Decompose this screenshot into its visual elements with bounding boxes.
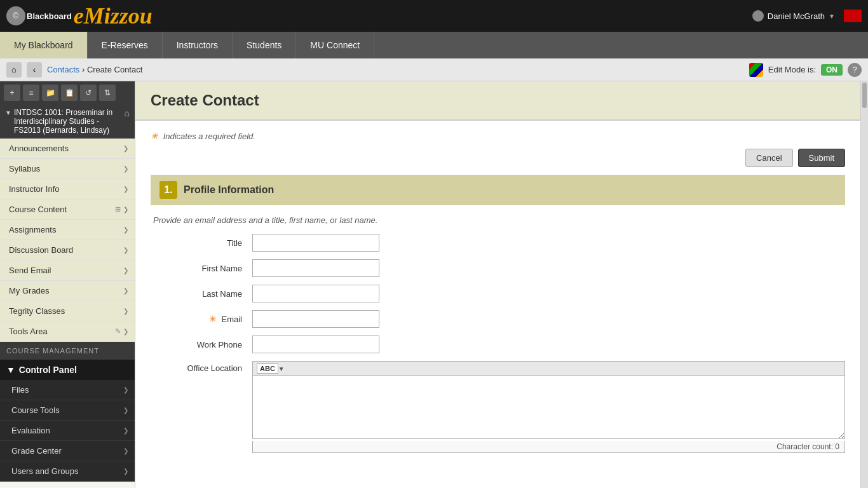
tab-my-blackboard[interactable]: My Blackboard [0, 32, 88, 58]
top-bar: © Blackboard eMizzou Daniel McGrath ▼ [0, 0, 868, 32]
right-scrollbar[interactable] [860, 81, 868, 488]
tab-students[interactable]: Students [233, 32, 296, 58]
required-asterisk: ✳ [209, 314, 217, 324]
help-button[interactable]: ? [848, 63, 862, 77]
course-home-icon[interactable]: ⌂ [125, 108, 130, 118]
sidebar-item-discussion-board[interactable]: Discussion Board ❯ [0, 240, 135, 261]
sidebar-item-send-email[interactable]: Send Email ❯ [0, 261, 135, 281]
back-button[interactable]: ‹ [27, 62, 42, 78]
cp-item-label: Users and Groups [11, 466, 79, 476]
mizzou-label: eMizzou [74, 3, 153, 29]
tab-e-reserves[interactable]: E-Reserves [88, 32, 163, 58]
cancel-button[interactable]: Cancel [745, 149, 792, 167]
chevron-right-icon: ❯ [123, 407, 128, 414]
cp-item-files[interactable]: Files ❯ [0, 380, 135, 400]
breadcrumb-contacts-link[interactable]: Contacts [47, 65, 79, 74]
chevron-right-icon: ❯ [123, 287, 128, 294]
title-field-row: Title [151, 234, 845, 252]
workphone-input[interactable] [252, 336, 379, 353]
form-buttons: Cancel Submit [745, 149, 845, 167]
cp-item-evaluation[interactable]: Evaluation ❯ [0, 421, 135, 441]
add-button[interactable]: + [4, 85, 20, 101]
lastname-input[interactable] [252, 285, 379, 302]
title-label: Title [151, 238, 252, 248]
breadcrumb-current: Create Contact [87, 65, 142, 74]
office-location-section: Office Location ABC ▼ Character count: 0 [151, 361, 845, 453]
chevron-right-icon: ❯ [123, 186, 128, 193]
cp-item-users-and-groups[interactable]: Users and Groups ❯ [0, 461, 135, 482]
required-note: ✳ Indicates a required field. [151, 131, 845, 141]
cp-item-label: Course Tools [11, 405, 60, 415]
chevron-right-icon: ❯ [123, 308, 128, 315]
sidebar-toolbar: + ≡ 📁 📋 ↺ ⇅ [0, 81, 135, 104]
sidebar-item-label: Discussion Board [9, 245, 73, 255]
sidebar-item-label: Course Content [9, 205, 67, 214]
email-field-row: ✳ Email [151, 310, 845, 328]
page-header: Create Contact [135, 81, 860, 121]
cp-item-grade-center[interactable]: Grade Center ❯ [0, 441, 135, 461]
sidebar-item-label: Send Email [9, 266, 51, 275]
nav-tabs: My Blackboard E-Reserves Instructors Stu… [0, 32, 868, 58]
list-view-button[interactable]: ≡ [23, 85, 39, 101]
folder-button[interactable]: 📁 [42, 85, 58, 101]
main-layout: + ≡ 📁 📋 ↺ ⇅ ▼ INTDSC 1001: Proseminar in… [0, 81, 868, 488]
chevron-right-icon: ❯ [123, 386, 128, 393]
asterisk-icon: ✳ [151, 131, 158, 141]
title-input[interactable] [252, 234, 379, 252]
edit-mode-toggle[interactable]: ON [821, 64, 843, 76]
home-button[interactable]: ⌂ [6, 62, 22, 78]
edit-icon: ✎ [115, 327, 121, 336]
sort-button[interactable]: ⇅ [99, 85, 116, 101]
submit-button[interactable]: Submit [798, 149, 845, 167]
sidebar-item-label: Announcements [9, 144, 69, 153]
firstname-label: First Name [151, 264, 252, 273]
section-number: 1. [159, 181, 177, 199]
toolbar-dropdown-arrow[interactable]: ▼ [278, 365, 285, 372]
control-panel-section: COURSE MANAGEMENT ▼ Control Panel Files … [0, 342, 135, 482]
sidebar-item-announcements[interactable]: Announcements ❯ [0, 139, 135, 159]
sidebar-item-course-content[interactable]: Course Content ⊞ ❯ [0, 200, 135, 220]
section-1-header: 1. Profile Information [151, 175, 845, 205]
email-input[interactable] [252, 310, 379, 328]
sidebar-item-tools-area[interactable]: Tools Area ✎ ❯ [0, 322, 135, 342]
page-title: Create Contact [151, 92, 845, 109]
sidebar-item-my-grades[interactable]: My Grades ❯ [0, 281, 135, 301]
copy-button[interactable]: 📋 [61, 85, 78, 101]
breadcrumb: Contacts › Create Contact [47, 65, 142, 74]
user-dropdown-arrow[interactable]: ▼ [829, 13, 835, 20]
user-name: Daniel McGrath [768, 11, 825, 21]
cp-collapse-arrow[interactable]: ▼ [6, 365, 15, 375]
office-textarea-area: ABC ▼ Character count: 0 [252, 361, 845, 453]
office-location-textarea[interactable] [252, 376, 845, 439]
abc-button[interactable]: ABC [257, 363, 278, 374]
chevron-right-icon: ❯ [123, 267, 128, 274]
sidebar-item-label: Assignments [9, 225, 56, 234]
course-management-label: COURSE MANAGEMENT [0, 342, 135, 360]
user-avatar-icon [752, 10, 764, 22]
chevron-right-icon: ❯ [123, 226, 128, 233]
color-icon [749, 63, 763, 77]
flag-icon [844, 10, 862, 22]
course-title: INTDSC 1001: Proseminar in Interdiscipli… [14, 108, 122, 135]
char-count: Character count: 0 [252, 441, 845, 453]
logo-area: © Blackboard eMizzou [6, 3, 153, 29]
cp-item-label: Files [11, 385, 29, 395]
chevron-right-icon: ❯ [123, 328, 128, 335]
course-expand-arrow[interactable]: ▼ [5, 109, 11, 116]
breadcrumb-separator: › [82, 65, 87, 74]
tab-instructors[interactable]: Instructors [163, 32, 233, 58]
cp-item-course-tools[interactable]: Course Tools ❯ [0, 400, 135, 421]
sidebar-item-label: Instructor Info [9, 184, 59, 194]
course-title-area: ▼ INTDSC 1001: Proseminar in Interdiscip… [0, 104, 135, 139]
user-area[interactable]: Daniel McGrath ▼ [752, 10, 862, 22]
sidebar-item-tegrity-classes[interactable]: Tegrity Classes ❯ [0, 301, 135, 322]
firstname-input[interactable] [252, 259, 379, 277]
sidebar-item-syllabus[interactable]: Syllabus ❯ [0, 159, 135, 179]
bb-logo-circle: © [6, 6, 25, 25]
refresh-button[interactable]: ↺ [80, 85, 97, 101]
sidebar: + ≡ 📁 📋 ↺ ⇅ ▼ INTDSC 1001: Proseminar in… [0, 81, 135, 488]
sidebar-item-assignments[interactable]: Assignments ❯ [0, 220, 135, 240]
sidebar-item-instructor-info[interactable]: Instructor Info ❯ [0, 179, 135, 200]
tab-mu-connect[interactable]: MU Connect [296, 32, 374, 58]
firstname-field-row: First Name [151, 259, 845, 277]
